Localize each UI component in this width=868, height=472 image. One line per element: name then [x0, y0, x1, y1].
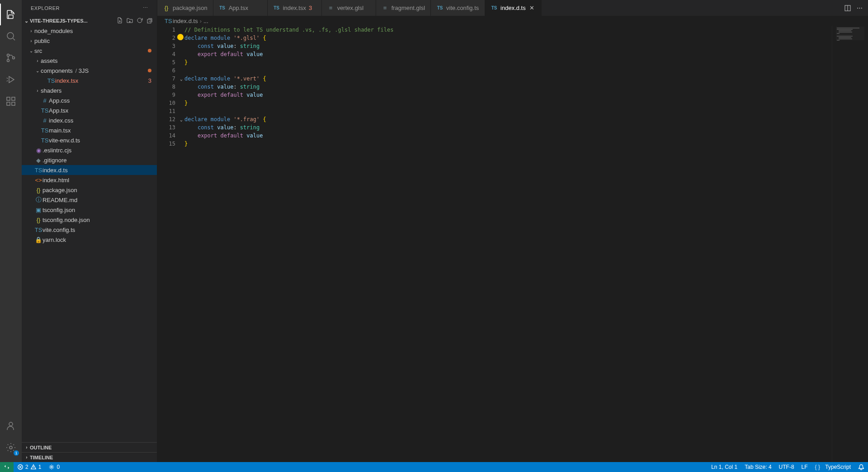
activity-bar: 1	[0, 0, 22, 462]
status-notifications-icon[interactable]	[854, 464, 868, 470]
tab-package-json[interactable]: {}package.json	[157, 0, 213, 16]
breadcrumb-file: index.d.ts	[173, 18, 198, 24]
close-tab-icon[interactable]: ✕	[528, 5, 536, 12]
project-name: VITE-THREEJS-TYPES...	[30, 18, 88, 24]
ts-file-icon: TS	[34, 167, 42, 174]
new-file-icon[interactable]	[116, 17, 123, 25]
tree-file[interactable]: 🔒yarn.lock	[22, 235, 157, 245]
extensions-icon[interactable]	[0, 90, 22, 112]
lightbulb-icon[interactable]	[177, 34, 184, 40]
ts-file-icon: TS	[219, 5, 226, 12]
sidebar-more-icon[interactable]: ⋯	[143, 5, 148, 11]
tab-bar: {}package.jsonTSApp.tsxTSindex.tsx 3≡ver…	[157, 0, 868, 16]
tree-file[interactable]: TSvite-env.d.ts	[22, 135, 157, 145]
run-debug-icon[interactable]	[0, 69, 22, 90]
svg-point-0	[7, 33, 14, 39]
tree-file[interactable]: <>index.html	[22, 175, 157, 185]
project-header[interactable]: ⌄ VITE-THREEJS-TYPES...	[22, 16, 157, 26]
tree-file[interactable]: TSmain.tsx	[22, 125, 157, 135]
refresh-icon[interactable]	[136, 17, 143, 25]
svg-point-1	[7, 54, 9, 57]
split-editor-icon[interactable]	[844, 5, 851, 12]
status-language[interactable]: { } TypeScript	[811, 464, 854, 470]
collapse-all-icon[interactable]	[146, 17, 153, 25]
new-folder-icon[interactable]	[126, 17, 133, 25]
sidebar-title: Explorer	[31, 5, 60, 11]
svg-point-8	[9, 422, 13, 426]
tree-folder[interactable]: ›public	[22, 36, 157, 46]
more-actions-icon[interactable]: ⋯	[857, 5, 863, 11]
explorer-icon[interactable]	[0, 4, 22, 25]
search-icon[interactable]	[0, 25, 22, 47]
editor-body[interactable]: 12⌄34567⌄89101112⌄131415 // Definitions …	[157, 26, 868, 462]
tree-file[interactable]: {}package.json	[22, 185, 157, 195]
ts-file-icon: TS	[41, 137, 49, 144]
ts-file-icon: TS	[34, 227, 42, 233]
json-file-icon: ▣	[34, 207, 42, 213]
tree-file[interactable]: ◆.gitignore	[22, 155, 157, 165]
tab-label: App.tsx	[229, 5, 248, 11]
fold-icon[interactable]: ⌄	[180, 75, 183, 83]
ts-file-icon: TS	[41, 107, 49, 114]
lock-file-icon: 🔒	[34, 236, 42, 243]
sidebar-header: Explorer ⋯	[22, 0, 157, 16]
fold-icon[interactable]: ⌄	[180, 116, 183, 124]
tree-file[interactable]: ▣tsconfig.json	[22, 205, 157, 215]
tab-index-d-ts[interactable]: TSindex.d.ts✕	[485, 0, 542, 16]
tree-file[interactable]: {}tsconfig.node.json	[22, 215, 157, 225]
file-tree: ›node_modules ›public ⌄src ›assets ⌄comp…	[22, 26, 157, 442]
settings-icon[interactable]: 1	[0, 437, 22, 458]
breadcrumb[interactable]: TS index.d.ts › ...	[157, 16, 868, 26]
tree-folder[interactable]: ⌄components / 3JS	[22, 66, 157, 76]
tree-folder[interactable]: ⌄src	[22, 46, 157, 56]
gitignore-file-icon: ◆	[34, 157, 42, 164]
timeline-section[interactable]: ›Timeline	[22, 452, 157, 462]
status-cursor[interactable]: Ln 1, Col 1	[708, 464, 741, 470]
tree-folder[interactable]: ›node_modules	[22, 26, 157, 36]
tree-folder[interactable]: ›assets	[22, 56, 157, 66]
tree-file[interactable]: #App.css	[22, 95, 157, 105]
tree-file[interactable]: TSindex.d.ts	[22, 165, 157, 175]
tab-fragment-glsl[interactable]: ≡fragment.glsl	[376, 0, 431, 16]
status-eol[interactable]: LF	[798, 464, 811, 470]
accounts-icon[interactable]	[0, 415, 22, 437]
status-problems[interactable]: 2 1	[14, 464, 45, 470]
svg-point-9	[9, 446, 12, 449]
tree-file[interactable]: TSApp.tsx	[22, 105, 157, 115]
status-bar: 2 1 0 Ln 1, Col 1 Tab Size: 4 UTF-8 LF {…	[0, 462, 868, 472]
json-file-icon: {}	[34, 187, 42, 194]
tab-label: vertex.glsl	[337, 5, 364, 11]
status-encoding[interactable]: UTF-8	[775, 464, 798, 470]
tab-label: index.d.ts	[500, 5, 526, 11]
glsl-file-icon: ≡	[382, 5, 389, 12]
tab-vertex-glsl[interactable]: ≡vertex.glsl	[322, 0, 376, 16]
status-ports[interactable]: 0	[45, 464, 63, 470]
html-file-icon: <>	[34, 177, 42, 184]
status-tab-size[interactable]: Tab Size: 4	[741, 464, 775, 470]
gutter: 12⌄34567⌄89101112⌄131415	[157, 26, 184, 462]
tab-index-tsx[interactable]: TSindex.tsx 3	[268, 0, 322, 16]
source-control-icon[interactable]	[0, 47, 22, 69]
tree-file[interactable]: TSvite.config.ts	[22, 225, 157, 235]
svg-point-13	[51, 466, 53, 468]
tab-label: fragment.glsl	[392, 5, 425, 11]
code-content[interactable]: // Definitions to let TS understand .vs,…	[184, 26, 832, 462]
tree-file[interactable]: #index.css	[22, 115, 157, 125]
svg-rect-5	[7, 102, 10, 105]
json-file-icon: {}	[34, 217, 42, 223]
tab-App-tsx[interactable]: TSApp.tsx	[213, 0, 268, 16]
outline-section[interactable]: ›Outline	[22, 442, 157, 452]
tree-file[interactable]: TSindex.tsx3	[22, 76, 157, 85]
remote-indicator[interactable]	[0, 462, 14, 472]
eslint-file-icon: ◉	[34, 147, 42, 154]
tree-folder[interactable]: ›shaders	[22, 85, 157, 95]
ts-file-icon: TS	[47, 77, 55, 84]
css-file-icon: #	[41, 117, 49, 124]
explorer-sidebar: Explorer ⋯ ⌄ VITE-THREEJS-TYPES... ›node…	[22, 0, 157, 462]
minimap[interactable]	[832, 26, 868, 462]
tree-file[interactable]: ⓘREADME.md	[22, 195, 157, 205]
tab-actions: ⋯	[844, 0, 868, 16]
tree-file[interactable]: ◉.eslintrc.cjs	[22, 145, 157, 155]
svg-rect-4	[7, 97, 10, 100]
tab-vite-config-ts[interactable]: TSvite.config.ts	[431, 0, 485, 16]
